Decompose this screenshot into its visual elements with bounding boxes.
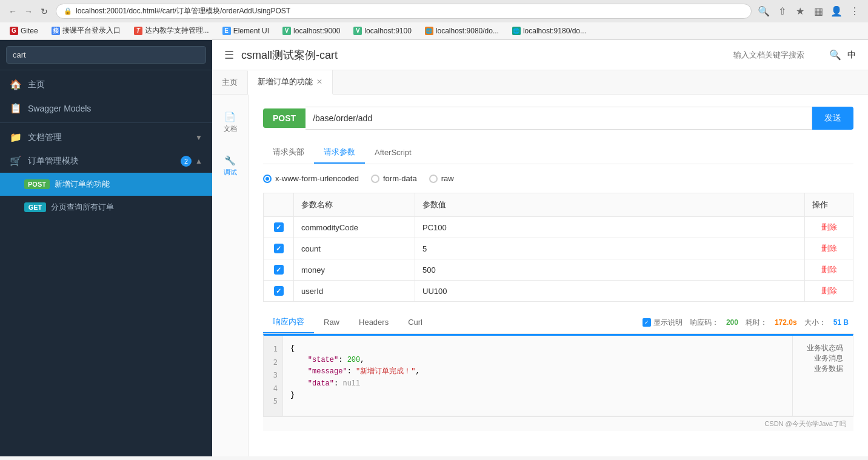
method-badge: POST	[263, 108, 305, 128]
sidebar-item-home[interactable]: 🏠 主页	[0, 73, 212, 96]
search-icon[interactable]: 🔍	[756, 4, 771, 19]
app-header: ☰ csmall测试案例-cart 🔍 中	[212, 40, 868, 70]
bookmark-icon[interactable]: ★	[793, 4, 807, 19]
browser-chrome: ← → ↻ 🔒 localhost:20001/doc.html#/cart/订…	[0, 0, 868, 40]
doc-manage-icon: 📁	[10, 132, 22, 143]
header-search: 🔍	[733, 49, 841, 61]
app-title: csmall测试案例-cart	[241, 48, 733, 62]
encoding-radio-group: x-www-form-urlencoded form-data raw	[263, 174, 853, 183]
vue1-icon: V	[282, 27, 291, 35]
sidebar-item-swagger[interactable]: 📋 Swagger Models	[0, 96, 212, 120]
response-tab-body[interactable]: 响应内容	[263, 312, 314, 333]
header-search-input[interactable]	[733, 50, 824, 59]
profile-icon[interactable]: 👤	[829, 4, 844, 19]
param-value-3[interactable]	[422, 287, 797, 296]
radio-form-urlencoded[interactable]: x-www-form-urlencoded	[263, 174, 359, 183]
param-value-0[interactable]	[422, 223, 797, 232]
sidebar-search-input[interactable]	[6, 46, 206, 64]
response-time-label: 耗时：	[746, 318, 767, 328]
menu-icon[interactable]: ⋮	[847, 4, 862, 19]
share-icon[interactable]: ⇧	[775, 4, 789, 19]
radio-raw[interactable]: raw	[429, 174, 454, 183]
sidebar-sub-post-add[interactable]: POST 新增订单的功能	[0, 173, 212, 196]
back-button[interactable]: ←	[6, 5, 19, 18]
bookmark-local2[interactable]: 🌐 localhost:9180/do...	[509, 25, 590, 36]
response-time-value: 172.0s	[775, 318, 797, 327]
show-description-toggle[interactable]: 显示说明	[643, 318, 683, 328]
param-value-1[interactable]	[422, 244, 797, 253]
tab-add-order[interactable]: 新增订单的功能 ✕	[248, 70, 333, 95]
bookmark-vue1[interactable]: V localhost:9000	[279, 25, 344, 36]
sub-tab-headers[interactable]: 请求头部	[263, 142, 314, 164]
code-line-2: "state": 200,	[290, 355, 785, 366]
sidebar-swagger-label: Swagger Models	[28, 104, 91, 113]
table-row: 删除	[264, 238, 853, 259]
response-tab-headers[interactable]: Headers	[349, 313, 398, 333]
code-line-5: }	[290, 390, 785, 401]
url-input[interactable]	[305, 107, 812, 130]
order-module-icon: 🛒	[10, 155, 22, 167]
element-icon: E	[222, 27, 231, 35]
param-checkbox-1[interactable]	[274, 244, 284, 253]
refresh-button[interactable]: ↻	[38, 5, 51, 18]
sub-tab-after-script[interactable]: AfterScript	[365, 143, 421, 163]
forward-button[interactable]: →	[22, 5, 35, 18]
bookmark-vue2[interactable]: V localhost:9100	[350, 25, 415, 36]
content-area: ☰ csmall测试案例-cart 🔍 中 主页 新增订单的功能 ✕ 📄	[212, 40, 868, 456]
tab-close-icon[interactable]: ✕	[316, 78, 322, 86]
debug-panel-label: 调试	[224, 168, 237, 177]
param-checkbox-0[interactable]	[274, 222, 284, 232]
response-tab-raw[interactable]: Raw	[314, 313, 349, 333]
header-lang-toggle[interactable]: 中	[847, 50, 856, 61]
bookmark-gitee[interactable]: G Gitee	[6, 25, 42, 36]
col-header-name: 参数名称	[294, 193, 415, 217]
sidebar-doc-manage-label: 文档管理	[28, 132, 62, 143]
radio-form-data-circle	[371, 175, 379, 183]
param-value-2[interactable]	[422, 265, 797, 275]
param-name-1[interactable]	[301, 244, 407, 253]
line-numbers: 1 2 3 4 5	[264, 336, 283, 416]
csdn-footer: CSDN @今天你学Java了吗	[263, 416, 853, 431]
param-name-0[interactable]	[301, 223, 407, 232]
bookmark-element[interactable]: E Element UI	[219, 25, 273, 36]
tab-add-order-label: 新增订单的功能	[258, 76, 313, 87]
sidebar-item-order-module[interactable]: 🛒 订单管理模块 2 ▲	[0, 149, 212, 173]
param-name-2[interactable]	[301, 265, 407, 275]
show-desc-checkbox[interactable]	[643, 318, 651, 327]
sidebar-home-label: 主页	[28, 79, 45, 90]
split-icon[interactable]: ▦	[811, 4, 826, 19]
param-checkbox-2[interactable]	[274, 265, 284, 275]
main-container: 🏠 主页 📋 Swagger Models 📁 文档管理 ▼ 🛒 订单管理模块	[0, 40, 868, 456]
get-badge: GET	[24, 202, 46, 212]
radio-form-data[interactable]: form-data	[371, 174, 417, 183]
sidebar: 🏠 主页 📋 Swagger Models 📁 文档管理 ▼ 🛒 订单管理模块	[0, 40, 212, 456]
sidebar-sub-get-orders[interactable]: GET 分页查询所有订单	[0, 196, 212, 219]
response-tab-curl[interactable]: Curl	[398, 313, 432, 333]
sidebar-search-area	[0, 40, 212, 70]
delete-btn-3[interactable]: 删除	[818, 285, 841, 296]
delete-btn-1[interactable]: 删除	[818, 242, 841, 254]
sidebar-item-doc-manage[interactable]: 📁 文档管理 ▼	[0, 125, 212, 149]
address-bar[interactable]: 🔒 localhost:20001/doc.html#/cart/订单管理模块/…	[56, 4, 752, 19]
show-desc-label: 显示说明	[653, 318, 683, 328]
delete-btn-2[interactable]: 删除	[818, 264, 841, 275]
bookmark-local1[interactable]: 🌐 localhost:9080/do...	[421, 25, 502, 36]
bookmark-jietong[interactable]: 接 接课平台登录入口	[48, 24, 124, 37]
delete-btn-0[interactable]: 删除	[818, 221, 841, 233]
comment-3: 业务数据	[803, 364, 843, 374]
panel-nav-debug[interactable]: 🔧 调试	[215, 150, 246, 182]
post-add-label: 新增订单的功能	[55, 179, 110, 190]
param-name-3[interactable]	[301, 287, 407, 296]
menu-toggle-icon[interactable]: ☰	[224, 48, 234, 62]
local1-icon: 🌐	[425, 27, 433, 35]
col-header-value: 参数值	[415, 193, 805, 217]
tab-home[interactable]: 主页	[212, 71, 248, 94]
table-row: 删除	[264, 259, 853, 281]
bookmark-dachuan[interactable]: T 达内教学支持管理...	[130, 24, 213, 37]
sub-tab-params[interactable]: 请求参数	[314, 142, 365, 164]
secure-icon: 🔒	[64, 7, 72, 15]
send-button[interactable]: 发送	[812, 107, 853, 130]
header-search-icon[interactable]: 🔍	[829, 49, 841, 61]
panel-nav-doc[interactable]: 📄 文档	[215, 107, 246, 138]
param-checkbox-3[interactable]	[274, 286, 284, 296]
